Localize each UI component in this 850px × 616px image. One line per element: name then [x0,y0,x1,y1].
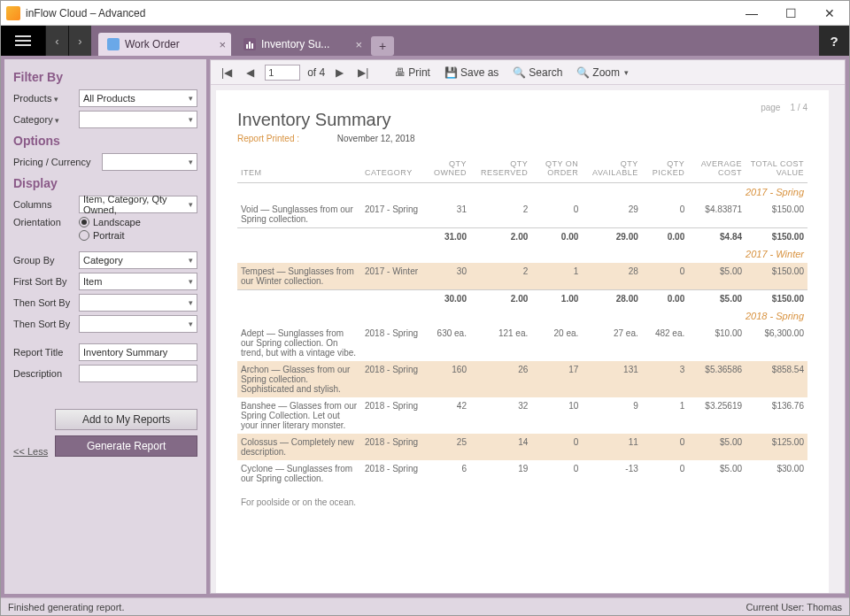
report-page: page 1 / 4 Inventory Summary Report Prin… [216,90,829,593]
products-label[interactable]: Products [13,93,75,104]
new-tab-button[interactable]: + [371,36,394,56]
columns-label: Columns [13,199,75,210]
firstsort-combo[interactable]: Item [79,273,197,290]
generate-report-button[interactable]: Generate Report [55,435,197,457]
table-row: Tempest — Sunglasses from our Winter col… [237,263,808,290]
search-button[interactable]: 🔍Search [509,63,566,82]
group-header: 2018 - Spring [237,307,808,325]
tab-close-icon[interactable]: × [219,38,226,51]
table-row: Archon — Glasses from our Spring collect… [237,361,808,397]
zoom-icon: 🔍 [576,66,590,79]
description-label: Description [13,368,75,379]
search-icon: 🔍 [513,66,526,79]
groupby-label: Group By [13,255,75,266]
chevron-down-icon: ▾ [624,68,629,77]
subtotal-row: 31.002.000.0029.000.00$4.84$150.00 [237,228,808,246]
options-heading: Options [13,134,197,148]
minimize-button[interactable]: — [732,1,771,26]
report-scroll-area[interactable]: page 1 / 4 Inventory Summary Report Prin… [211,85,845,593]
zoom-button[interactable]: 🔍Zoom▾ [573,63,632,82]
help-button[interactable]: ? [819,26,849,56]
status-bar: Finished generating report. Current User… [1,597,849,615]
filter-heading: Filter By [13,70,197,84]
orientation-landscape[interactable]: Landscape [79,217,197,227]
print-icon: 🖶 [395,66,406,79]
radio-icon [79,217,89,227]
thensort2-label: Then Sort By [13,319,75,329]
category-combo[interactable] [79,111,197,128]
tab-inventory-summary[interactable]: Inventory Su... × [235,33,367,56]
page-number-input[interactable]: 1 [265,65,300,81]
window-title: inFlow Cloud – Advanced [26,7,145,19]
page-word: page [761,103,780,112]
report-title-input[interactable]: Inventory Summary [79,343,197,361]
prev-page-button[interactable]: ◀ [243,63,258,82]
firstsort-label: First Sort By [13,276,75,287]
title-bar: inFlow Cloud – Advanced — ☐ ✕ [1,1,849,26]
table-row: Banshee — Glasses from our Spring Collec… [237,397,808,434]
pricing-label: Pricing / Currency [13,157,98,167]
first-page-button[interactable]: |◀ [218,63,236,82]
less-link[interactable]: << Less [13,446,48,457]
next-page-button[interactable]: ▶ [332,63,347,82]
tab-label: Work Order [125,38,180,50]
table-row: Cyclone — Sunglasses from our Spring col… [237,460,808,487]
orientation-portrait[interactable]: Portrait [79,230,197,241]
report-title: Inventory Summary [237,110,808,130]
app-icon [6,6,20,20]
thensort2-combo[interactable] [79,315,197,333]
group-header: 2017 - Winter [237,245,808,263]
radio-icon [79,230,89,241]
table-row: Colossus — Completely new description.20… [237,434,808,460]
printed-label: Report Printed : [237,134,299,143]
close-button[interactable]: ✕ [810,1,849,26]
report-viewer: |◀ ◀ 1 of 4 ▶ ▶| 🖶Print 💾Save as 🔍Search… [210,59,846,594]
nav-forward-button[interactable]: › [68,26,91,56]
groupby-combo[interactable]: Category [79,251,197,269]
products-combo[interactable]: All Products [79,89,197,107]
thensort1-label: Then Sort By [13,297,75,308]
table-row: Adept — Sunglasses from our Spring colle… [237,325,808,361]
last-page-button[interactable]: ▶| [354,63,372,82]
current-user: Current User: Thomas [746,602,842,612]
table-header-row: ITEM CATEGORY QTY OWNED QTY RESERVED QTY… [237,156,808,183]
menu-button[interactable] [1,26,45,56]
pricing-combo[interactable] [102,153,197,171]
filter-panel: Filter By Products All Products Category… [4,59,206,594]
status-message: Finished generating report. [8,602,124,612]
tab-label: Inventory Su... [261,38,329,50]
subtotal-row: 30.002.001.0028.000.00$5.00$150.00 [237,290,808,308]
tab-close-icon[interactable]: × [355,38,362,51]
printed-date: November 12, 2018 [337,134,415,143]
note-row: For poolside or on the ocean. [237,487,808,511]
report-title-label: Report Title [13,347,75,358]
tab-strip: ‹ › Work Order × Inventory Su... × + ? [1,26,849,56]
report-table: ITEM CATEGORY QTY OWNED QTY RESERVED QTY… [237,156,808,511]
page-number: 1 / 4 [791,103,808,112]
save-icon: 💾 [444,66,458,79]
display-heading: Display [13,176,197,190]
maximize-button[interactable]: ☐ [771,1,810,26]
add-to-my-reports-button[interactable]: Add to My Reports [55,409,197,430]
columns-combo[interactable]: Item, Category, Qty Owned, [79,196,197,213]
print-button[interactable]: 🖶Print [391,63,434,82]
viewer-toolbar: |◀ ◀ 1 of 4 ▶ ▶| 🖶Print 💾Save as 🔍Search… [211,60,845,85]
tab-work-order[interactable]: Work Order × [98,33,231,56]
orientation-label: Orientation [13,217,75,227]
save-as-button[interactable]: 💾Save as [441,63,502,82]
description-input[interactable] [79,365,197,382]
table-row: Void — Sunglasses from our Spring collec… [237,201,808,228]
work-order-icon [107,38,120,50]
thensort1-combo[interactable] [79,294,197,312]
group-header: 2017 - Spring [237,183,808,202]
category-label[interactable]: Category [13,114,75,125]
page-of-label: of 4 [307,66,325,79]
nav-back-button[interactable]: ‹ [45,26,68,56]
report-icon [243,38,256,50]
